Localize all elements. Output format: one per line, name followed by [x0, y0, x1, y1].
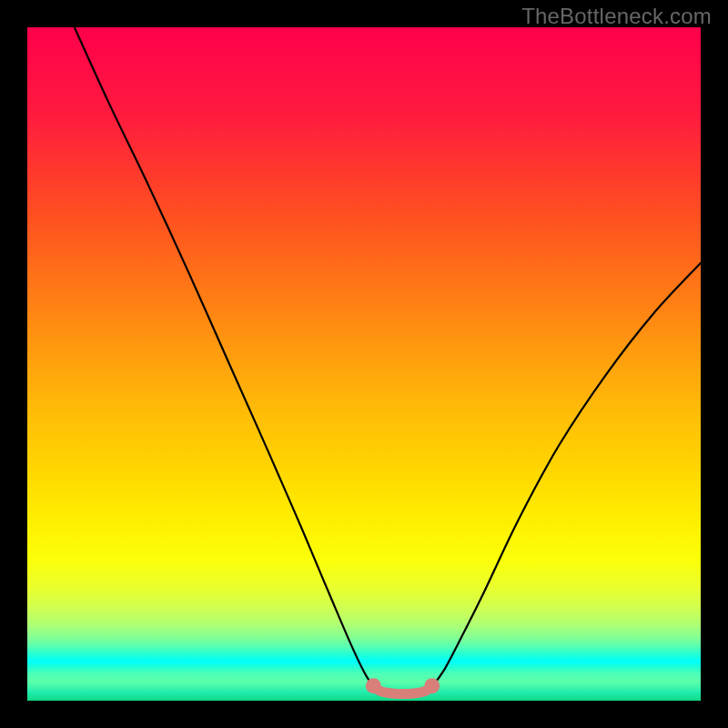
- endpoint-marker: [424, 678, 440, 693]
- bottleneck-chart: [27, 27, 701, 701]
- chart-frame: TheBottleneck.com: [0, 0, 728, 728]
- gradient-background: [27, 27, 701, 701]
- endpoint-marker: [366, 678, 381, 693]
- watermark-text: TheBottleneck.com: [521, 4, 712, 29]
